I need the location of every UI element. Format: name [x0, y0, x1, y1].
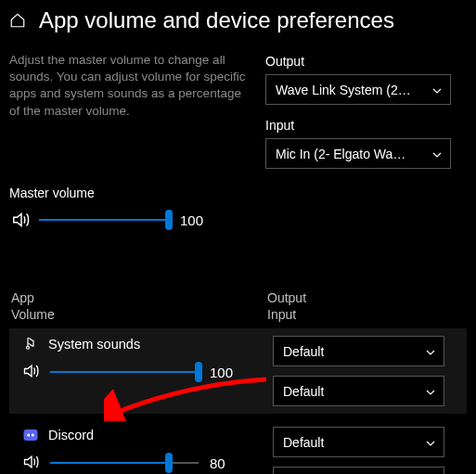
app-output-value: Default — [283, 344, 324, 359]
master-volume-label: Master volume — [9, 186, 467, 200]
speaker-icon[interactable] — [22, 453, 43, 473]
chevron-down-icon — [425, 386, 436, 397]
app-name: Discord — [48, 428, 94, 442]
column-header-device: Output Input — [267, 289, 306, 323]
chevron-down-icon — [425, 346, 436, 357]
input-device-select[interactable]: Mic In (2- Elgato Wa… — [265, 138, 451, 169]
chevron-down-icon — [425, 437, 436, 448]
app-input-value: Default — [283, 384, 324, 399]
master-volume-value: 100 — [180, 212, 213, 228]
chevron-down-icon — [431, 148, 443, 160]
page-title: App volume and device preferences — [39, 7, 394, 33]
app-volume-slider[interactable] — [50, 371, 199, 373]
slider-thumb[interactable] — [165, 210, 173, 230]
app-output-select[interactable]: Default — [273, 427, 444, 457]
output-device-value: Wave Link System (2… — [276, 83, 411, 97]
svg-point-3 — [32, 434, 34, 437]
svg-point-2 — [27, 434, 30, 437]
discord-icon — [22, 427, 39, 443]
input-device-value: Mic In (2- Elgato Wa… — [276, 147, 405, 161]
slider-thumb[interactable] — [195, 362, 202, 382]
slider-fill — [39, 219, 169, 221]
home-icon[interactable] — [9, 12, 26, 29]
svg-rect-1 — [24, 429, 38, 441]
app-volume-value: 100 — [210, 365, 243, 380]
output-label: Output — [265, 54, 467, 69]
slider-thumb[interactable] — [165, 453, 173, 473]
system-sounds-icon — [22, 336, 39, 352]
app-volume-slider[interactable] — [50, 462, 199, 464]
chevron-down-icon — [431, 84, 443, 96]
input-label: Input — [265, 118, 467, 133]
svg-point-0 — [27, 347, 30, 350]
speaker-icon[interactable] — [11, 210, 32, 230]
master-volume-slider[interactable] — [39, 219, 169, 221]
column-header-app: App Volume — [11, 289, 267, 323]
app-input-select[interactable]: Default — [273, 376, 444, 406]
app-volume-value: 80 — [210, 455, 243, 471]
app-row-system-sounds: System sounds 100 Default — [9, 328, 467, 414]
output-device-select[interactable]: Wave Link System (2… — [265, 74, 451, 105]
slider-fill — [50, 462, 169, 464]
app-output-select[interactable]: Default — [273, 336, 444, 366]
app-output-value: Default — [283, 435, 324, 450]
app-row-discord: Discord 80 Default — [9, 419, 467, 474]
app-input-select[interactable]: Default — [273, 467, 444, 474]
speaker-icon[interactable] — [22, 362, 43, 382]
app-name: System sounds — [48, 337, 140, 352]
slider-fill — [50, 371, 199, 373]
description-text: Adjust the master volume to change all s… — [9, 52, 251, 120]
